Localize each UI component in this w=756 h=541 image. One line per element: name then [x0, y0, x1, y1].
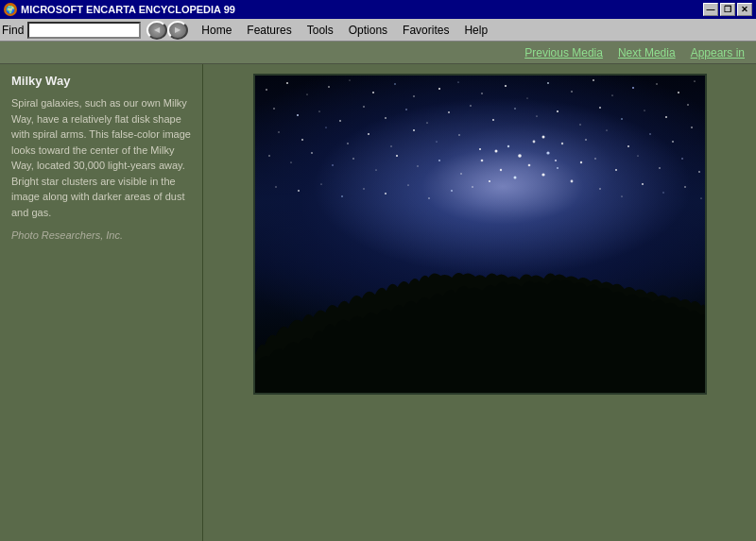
svg-point-22 — [297, 114, 299, 116]
svg-point-58 — [458, 134, 460, 136]
title-bar: 🌍 MICROSOFT ENCARTA ENCYCLOPEDIA 99 — ❐ … — [0, 0, 756, 19]
milky-way-image — [253, 74, 707, 395]
find-input[interactable] — [27, 22, 141, 39]
svg-point-61 — [606, 129, 607, 130]
svg-point-96 — [407, 184, 408, 185]
svg-point-32 — [514, 108, 516, 110]
app-icon: 🌍 — [4, 3, 17, 16]
svg-point-100 — [599, 188, 601, 190]
svg-point-59 — [479, 148, 481, 150]
svg-point-98 — [451, 190, 453, 192]
svg-point-7 — [413, 95, 415, 97]
svg-point-67 — [513, 177, 516, 179]
svg-point-69 — [541, 173, 544, 176]
minimize-button[interactable]: — — [703, 3, 718, 16]
svg-point-49 — [554, 160, 556, 161]
appears-in-link[interactable]: Appears in — [683, 46, 752, 59]
svg-point-6 — [394, 83, 395, 84]
svg-point-88 — [681, 158, 682, 159]
svg-point-39 — [665, 116, 667, 118]
svg-point-14 — [571, 91, 572, 92]
svg-point-84 — [594, 158, 595, 159]
svg-point-105 — [700, 197, 701, 198]
svg-point-9 — [457, 81, 458, 82]
svg-point-83 — [460, 173, 462, 175]
svg-point-16 — [611, 94, 612, 95]
svg-point-30 — [470, 105, 471, 106]
svg-point-73 — [579, 161, 581, 163]
restore-button[interactable]: ❐ — [720, 3, 735, 16]
svg-point-24 — [339, 120, 341, 122]
toolbar-row: Previous Media Next Media Appears in — [0, 42, 756, 64]
svg-point-92 — [320, 183, 321, 184]
svg-point-81 — [417, 165, 418, 166]
svg-point-51 — [301, 139, 303, 141]
close-button[interactable]: ✕ — [737, 3, 752, 16]
svg-point-80 — [396, 155, 398, 157]
svg-point-86 — [637, 155, 638, 156]
window-title: MICROSOFT ENCARTA ENCYCLOPEDIA 99 — [21, 4, 235, 15]
svg-point-72 — [489, 180, 490, 182]
article-description: Spiral galaxies, such as our own Milky W… — [11, 95, 191, 220]
svg-point-71 — [570, 180, 573, 183]
svg-point-2 — [306, 93, 307, 94]
find-section: Find — [2, 22, 141, 39]
forward-button[interactable]: ▶ — [167, 21, 188, 40]
svg-point-103 — [662, 192, 663, 193]
svg-point-12 — [526, 97, 527, 98]
svg-point-102 — [642, 183, 644, 185]
next-media-link[interactable]: Next Media — [610, 46, 683, 59]
menu-features[interactable]: Features — [239, 19, 299, 42]
svg-point-66 — [499, 169, 501, 171]
svg-point-79 — [375, 169, 376, 170]
svg-point-43 — [518, 154, 522, 158]
svg-point-50 — [278, 131, 279, 132]
svg-point-63 — [649, 133, 650, 134]
photo-credit: Photo Researchers, Inc. — [11, 229, 191, 241]
svg-point-46 — [560, 143, 562, 144]
svg-point-1 — [286, 82, 288, 84]
svg-point-74 — [268, 155, 270, 157]
svg-point-94 — [363, 188, 364, 189]
svg-point-26 — [385, 117, 387, 119]
menu-options[interactable]: Options — [341, 19, 395, 42]
svg-point-91 — [298, 190, 300, 192]
treeline-svg — [255, 270, 705, 393]
svg-point-37 — [621, 118, 623, 120]
svg-point-95 — [385, 193, 387, 194]
svg-point-87 — [659, 167, 661, 169]
svg-point-25 — [363, 106, 364, 107]
title-bar-buttons[interactable]: — ❐ ✕ — [703, 3, 752, 16]
svg-point-76 — [311, 152, 313, 154]
back-button[interactable]: ◀ — [146, 21, 167, 40]
svg-point-28 — [426, 122, 427, 123]
svg-point-44 — [532, 141, 535, 144]
svg-point-36 — [599, 107, 601, 109]
svg-point-90 — [275, 186, 276, 187]
svg-point-70 — [556, 167, 558, 169]
menu-tools[interactable]: Tools — [300, 19, 341, 42]
svg-point-31 — [492, 119, 494, 121]
svg-point-21 — [273, 108, 275, 110]
svg-point-93 — [341, 195, 343, 197]
svg-point-15 — [593, 79, 594, 81]
svg-point-89 — [698, 171, 700, 173]
menu-favorites[interactable]: Favorites — [395, 19, 456, 42]
svg-point-47 — [480, 160, 483, 162]
svg-point-101 — [621, 195, 622, 196]
svg-point-34 — [557, 110, 558, 112]
svg-point-35 — [579, 124, 580, 125]
svg-point-41 — [494, 150, 497, 153]
menu-help[interactable]: Help — [456, 19, 495, 42]
svg-point-77 — [332, 164, 333, 165]
svg-point-10 — [481, 93, 483, 94]
svg-point-78 — [352, 158, 354, 160]
svg-point-75 — [290, 161, 291, 162]
svg-point-60 — [585, 139, 587, 141]
title-bar-left: 🌍 MICROSOFT ENCARTA ENCYCLOPEDIA 99 — [4, 3, 235, 16]
svg-point-40 — [687, 104, 688, 105]
article-title: Milky Way — [11, 74, 191, 88]
menu-home[interactable]: Home — [194, 19, 239, 42]
svg-point-38 — [644, 110, 644, 110]
previous-media-link[interactable]: Previous Media — [517, 46, 610, 59]
